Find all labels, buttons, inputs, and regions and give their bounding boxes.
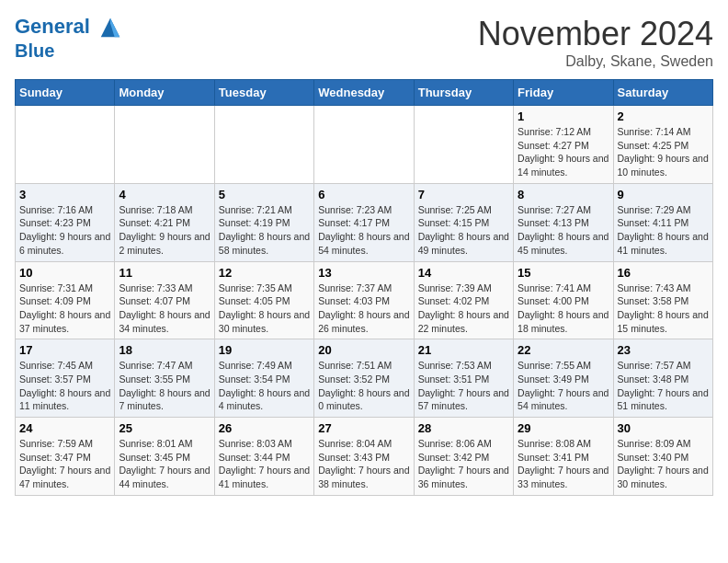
calendar-cell: 11Sunrise: 7:33 AM Sunset: 4:07 PM Dayli… [115, 261, 214, 339]
calendar-cell: 25Sunrise: 8:01 AM Sunset: 3:45 PM Dayli… [115, 418, 214, 496]
calendar-cell: 28Sunrise: 8:06 AM Sunset: 3:42 PM Dayli… [414, 418, 513, 496]
day-number: 7 [418, 188, 509, 201]
logo: General Blue [15, 15, 123, 61]
logo-blue: Blue [15, 40, 123, 61]
day-number: 9 [618, 188, 709, 201]
calendar-cell: 10Sunrise: 7:31 AM Sunset: 4:09 PM Dayli… [16, 261, 115, 339]
day-number: 15 [518, 266, 609, 280]
weekday-header-row: SundayMondayTuesdayWednesdayThursdayFrid… [16, 80, 713, 106]
day-number: 3 [19, 188, 110, 201]
calendar-cell: 21Sunrise: 7:53 AM Sunset: 3:51 PM Dayli… [414, 339, 513, 418]
day-info: Sunrise: 8:04 AM Sunset: 3:43 PM Dayligh… [318, 437, 409, 491]
calendar-cell: 20Sunrise: 7:51 AM Sunset: 3:52 PM Dayli… [314, 339, 414, 418]
day-info: Sunrise: 7:21 AM Sunset: 4:19 PM Dayligh… [219, 203, 310, 258]
day-number: 23 [618, 343, 709, 357]
day-number: 24 [19, 421, 110, 435]
day-number: 14 [418, 266, 509, 280]
day-number: 19 [219, 343, 310, 357]
day-info: Sunrise: 7:53 AM Sunset: 3:51 PM Dayligh… [418, 359, 509, 413]
day-number: 12 [219, 266, 310, 280]
calendar-week-row: 10Sunrise: 7:31 AM Sunset: 4:09 PM Dayli… [16, 261, 713, 339]
day-info: Sunrise: 7:55 AM Sunset: 3:49 PM Dayligh… [518, 359, 609, 413]
day-number: 20 [318, 343, 409, 357]
day-info: Sunrise: 7:31 AM Sunset: 4:09 PM Dayligh… [19, 282, 110, 336]
day-number: 2 [618, 109, 709, 123]
calendar-cell [16, 106, 115, 184]
calendar-cell: 14Sunrise: 7:39 AM Sunset: 4:02 PM Dayli… [414, 261, 513, 339]
weekday-header: Tuesday [214, 80, 313, 106]
day-number: 21 [418, 343, 509, 357]
day-number: 26 [219, 421, 310, 435]
day-info: Sunrise: 7:37 AM Sunset: 4:03 PM Dayligh… [318, 282, 409, 336]
day-number: 30 [618, 421, 709, 435]
day-info: Sunrise: 7:41 AM Sunset: 4:00 PM Dayligh… [518, 282, 609, 336]
calendar-cell: 22Sunrise: 7:55 AM Sunset: 3:49 PM Dayli… [514, 339, 613, 418]
day-number: 8 [518, 188, 609, 201]
day-info: Sunrise: 7:12 AM Sunset: 4:27 PM Dayligh… [518, 125, 609, 179]
day-number: 13 [318, 266, 409, 280]
calendar-cell [214, 106, 313, 184]
day-info: Sunrise: 7:23 AM Sunset: 4:17 PM Dayligh… [318, 203, 409, 258]
calendar-cell: 12Sunrise: 7:35 AM Sunset: 4:05 PM Dayli… [214, 261, 313, 339]
calendar-cell: 17Sunrise: 7:45 AM Sunset: 3:57 PM Dayli… [16, 339, 115, 418]
header: General Blue November 2024 Dalby, Skane,… [15, 15, 713, 70]
calendar-cell [115, 106, 214, 184]
title-area: November 2024 Dalby, Skane, Sweden [478, 15, 713, 70]
day-info: Sunrise: 7:45 AM Sunset: 3:57 PM Dayligh… [19, 359, 110, 413]
day-info: Sunrise: 7:59 AM Sunset: 3:47 PM Dayligh… [19, 437, 110, 491]
calendar-cell: 19Sunrise: 7:49 AM Sunset: 3:54 PM Dayli… [214, 339, 313, 418]
calendar-cell: 8Sunrise: 7:27 AM Sunset: 4:13 PM Daylig… [514, 183, 613, 261]
calendar-week-row: 24Sunrise: 7:59 AM Sunset: 3:47 PM Dayli… [16, 418, 713, 496]
calendar-cell: 4Sunrise: 7:18 AM Sunset: 4:21 PM Daylig… [115, 183, 214, 261]
calendar-cell: 9Sunrise: 7:29 AM Sunset: 4:11 PM Daylig… [613, 183, 712, 261]
calendar-cell: 2Sunrise: 7:14 AM Sunset: 4:25 PM Daylig… [613, 106, 712, 184]
calendar-cell: 30Sunrise: 8:09 AM Sunset: 3:40 PM Dayli… [613, 418, 712, 496]
day-number: 16 [618, 266, 709, 280]
weekday-header: Friday [514, 80, 613, 106]
day-info: Sunrise: 7:47 AM Sunset: 3:55 PM Dayligh… [119, 359, 210, 413]
calendar-cell: 23Sunrise: 7:57 AM Sunset: 3:48 PM Dayli… [613, 339, 712, 418]
day-info: Sunrise: 8:09 AM Sunset: 3:40 PM Dayligh… [618, 437, 709, 491]
day-info: Sunrise: 7:29 AM Sunset: 4:11 PM Dayligh… [618, 203, 709, 258]
day-info: Sunrise: 7:14 AM Sunset: 4:25 PM Dayligh… [618, 125, 709, 179]
day-info: Sunrise: 8:08 AM Sunset: 3:41 PM Dayligh… [518, 437, 609, 491]
calendar-cell: 5Sunrise: 7:21 AM Sunset: 4:19 PM Daylig… [214, 183, 313, 261]
day-info: Sunrise: 7:35 AM Sunset: 4:05 PM Dayligh… [219, 282, 310, 336]
day-number: 6 [318, 188, 409, 201]
calendar-week-row: 1Sunrise: 7:12 AM Sunset: 4:27 PM Daylig… [16, 106, 713, 184]
day-number: 29 [518, 421, 609, 435]
day-info: Sunrise: 7:16 AM Sunset: 4:23 PM Dayligh… [19, 203, 110, 258]
calendar-cell: 3Sunrise: 7:16 AM Sunset: 4:23 PM Daylig… [16, 183, 115, 261]
day-number: 18 [119, 343, 210, 357]
calendar-cell: 6Sunrise: 7:23 AM Sunset: 4:17 PM Daylig… [314, 183, 414, 261]
day-number: 27 [318, 421, 409, 435]
day-info: Sunrise: 7:57 AM Sunset: 3:48 PM Dayligh… [618, 359, 709, 413]
day-info: Sunrise: 7:43 AM Sunset: 3:58 PM Dayligh… [618, 282, 709, 336]
calendar-cell: 13Sunrise: 7:37 AM Sunset: 4:03 PM Dayli… [314, 261, 414, 339]
logo-text: General [15, 15, 123, 40]
calendar-cell: 1Sunrise: 7:12 AM Sunset: 4:27 PM Daylig… [514, 106, 613, 184]
day-number: 1 [518, 109, 609, 123]
day-number: 25 [119, 421, 210, 435]
month-title: November 2024 [478, 15, 713, 53]
calendar-cell: 26Sunrise: 8:03 AM Sunset: 3:44 PM Dayli… [214, 418, 313, 496]
calendar-cell [414, 106, 513, 184]
day-info: Sunrise: 7:27 AM Sunset: 4:13 PM Dayligh… [518, 203, 609, 258]
day-info: Sunrise: 7:18 AM Sunset: 4:21 PM Dayligh… [119, 203, 210, 258]
calendar-cell: 18Sunrise: 7:47 AM Sunset: 3:55 PM Dayli… [115, 339, 214, 418]
day-info: Sunrise: 8:06 AM Sunset: 3:42 PM Dayligh… [418, 437, 509, 491]
day-number: 22 [518, 343, 609, 357]
calendar-cell: 24Sunrise: 7:59 AM Sunset: 3:47 PM Dayli… [16, 418, 115, 496]
day-number: 4 [119, 188, 210, 201]
day-number: 11 [119, 266, 210, 280]
weekday-header: Wednesday [314, 80, 414, 106]
day-info: Sunrise: 8:01 AM Sunset: 3:45 PM Dayligh… [119, 437, 210, 491]
day-info: Sunrise: 7:25 AM Sunset: 4:15 PM Dayligh… [418, 203, 509, 258]
calendar-table: SundayMondayTuesdayWednesdayThursdayFrid… [15, 79, 713, 496]
weekday-header: Sunday [16, 80, 115, 106]
day-info: Sunrise: 7:51 AM Sunset: 3:52 PM Dayligh… [318, 359, 409, 413]
calendar-cell [314, 106, 414, 184]
day-info: Sunrise: 7:39 AM Sunset: 4:02 PM Dayligh… [418, 282, 509, 336]
day-info: Sunrise: 8:03 AM Sunset: 3:44 PM Dayligh… [219, 437, 310, 491]
day-number: 5 [219, 188, 310, 201]
